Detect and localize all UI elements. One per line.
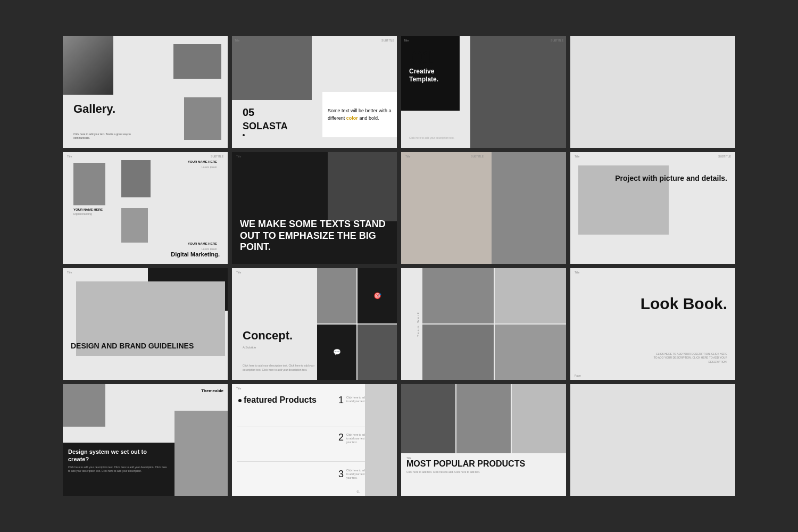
slide-project: Title SUBTITLE Project with picture and … bbox=[570, 152, 735, 264]
project-subtitle: SUBTITLE bbox=[718, 155, 731, 158]
concept-subtitle: A Subtitle bbox=[243, 346, 256, 349]
person1-role: Digital branding bbox=[73, 212, 92, 215]
design-system-title: Design system we set out to create? bbox=[68, 448, 169, 463]
slide-look-book: Title Page Look Book. CLICK HERE TO ADD … bbox=[570, 268, 735, 380]
slides-grid: Gallery. Click here to add your text. Te… bbox=[47, 20, 751, 512]
person2-image bbox=[121, 160, 151, 197]
woman-tag: Title bbox=[405, 155, 410, 158]
creative-title: Creative Template. bbox=[409, 68, 460, 84]
woman-image bbox=[492, 152, 566, 264]
team-work-photo-1 bbox=[422, 268, 494, 323]
concept-body-text: Click here to add your description text.… bbox=[243, 364, 322, 372]
most-popular-photo-1 bbox=[401, 384, 455, 453]
concept-grid-3: 💬 bbox=[317, 325, 356, 380]
concept-title: Concept. bbox=[243, 329, 293, 343]
slide-design-brand: Title DESIGN AND BRAND GUIDELINES bbox=[63, 268, 228, 380]
concept-tag: Title bbox=[236, 271, 241, 274]
project-title: Project with picture and details. bbox=[615, 173, 727, 183]
most-popular-text: Click here to add text. Click here to ad… bbox=[406, 470, 561, 474]
slide-woman-photo: Title SUBTITLE bbox=[401, 152, 566, 264]
we-make-text: WE MAKE SOME TEXTS STAND OUT TO EMPHASIZ… bbox=[240, 219, 397, 253]
solasta-tag: Title bbox=[235, 39, 239, 42]
gallery-small-image-1 bbox=[173, 44, 221, 79]
slide-functionality: Themeable Functionality Design system we… bbox=[63, 384, 228, 496]
look-book-body-text: CLICK HERE TO ADD YOUR DESCRIPTION. CLIC… bbox=[653, 352, 727, 364]
slide-we-make: Title SUBTITLE WE MAKE SOME TEXTS STAND … bbox=[232, 152, 397, 264]
woman-subtitle: SUBTITLE bbox=[471, 155, 484, 158]
concept-icon-1: 🎯 bbox=[373, 292, 381, 300]
most-popular-image-grid bbox=[401, 384, 566, 453]
person2-role: Lorem ipsum bbox=[202, 165, 217, 169]
slide-gallery: Gallery. Click here to add your text. Te… bbox=[63, 36, 228, 148]
most-popular-tag: Title bbox=[406, 456, 411, 460]
featured-products-title: featured Products bbox=[244, 395, 317, 405]
solasta-number: 05 bbox=[243, 106, 254, 119]
person2-name: YOUR NAME HERE bbox=[188, 160, 217, 163]
featured-products-num2: 2 bbox=[338, 432, 344, 443]
functionality-top-image bbox=[63, 384, 105, 427]
design-brand-tag: Title bbox=[67, 271, 72, 274]
project-tag: Title bbox=[575, 155, 579, 158]
team-work-grid bbox=[422, 268, 566, 380]
solasta-text-box: Some text will be better with a differen… bbox=[322, 92, 397, 137]
featured-products-page: 01 bbox=[356, 490, 360, 493]
gallery-small-image-2 bbox=[184, 97, 221, 140]
person3-name: YOUR NAME HERE bbox=[188, 242, 217, 245]
featured-products-tag: Title bbox=[236, 387, 241, 390]
gallery-body-text: Click here to add your text. Text is a g… bbox=[73, 132, 137, 140]
look-book-tag: Title bbox=[575, 271, 579, 274]
creative-body-text: Click here to add your description text. bbox=[409, 136, 478, 140]
slide-team: Title SUBTITLE YOUR NAME HERE Digital br… bbox=[63, 152, 228, 264]
slide-concept: Title 🎯 💬 Concept. A Subtitle Click here… bbox=[232, 268, 397, 380]
creative-tag: Title bbox=[404, 39, 409, 42]
team-work-photo-3 bbox=[422, 325, 494, 380]
person3-role: Lorem ipsum bbox=[202, 247, 217, 251]
most-popular-white-box: Title MOST POPULAR PRODUCTS Click here t… bbox=[401, 453, 566, 496]
most-popular-photo-2 bbox=[456, 384, 511, 453]
featured-products-bullet bbox=[238, 399, 242, 402]
solasta-title: SOLASTA bbox=[243, 121, 288, 132]
creative-number: 01 bbox=[412, 47, 433, 69]
creative-image bbox=[470, 36, 566, 148]
team-subtitle: SUBTITLE bbox=[211, 155, 223, 158]
functionality-image-3 bbox=[174, 411, 228, 496]
we-make-image bbox=[328, 152, 397, 221]
concept-grid: 🎯 💬 bbox=[317, 268, 397, 380]
team-work-photo-4 bbox=[495, 325, 566, 380]
team-work-label: Team Work bbox=[417, 311, 420, 337]
slide-placeholder-2 bbox=[570, 384, 735, 496]
featured-products-num3: 3 bbox=[338, 469, 344, 480]
team-tag: Title bbox=[67, 155, 72, 158]
concept-grid-1 bbox=[317, 268, 356, 323]
gallery-main-image bbox=[63, 36, 113, 95]
functionality-black-box: Design system we set out to create? Clic… bbox=[63, 443, 174, 496]
design-system-text: Click here to add your description text.… bbox=[68, 466, 169, 473]
design-brand-title: DESIGN AND BRAND GUIDELINES bbox=[71, 341, 194, 351]
person1-name: YOUR NAME HERE bbox=[73, 208, 103, 211]
digital-marketing-label: Digital Marketing. bbox=[171, 251, 220, 257]
team-work-photo-2 bbox=[495, 268, 566, 323]
slide-featured-products: Title featured Products 1 Click here to … bbox=[232, 384, 397, 496]
slide-placeholder-1 bbox=[570, 36, 735, 148]
solasta-subtitle: SUBTITLE bbox=[381, 39, 394, 42]
person3-image bbox=[121, 208, 148, 243]
solasta-box-text: Some text will be better with a differen… bbox=[328, 107, 392, 122]
slide-most-popular: Title MOST POPULAR PRODUCTS Click here t… bbox=[401, 384, 566, 496]
gallery-title: Gallery. bbox=[73, 102, 115, 116]
concept-grid-4 bbox=[358, 325, 397, 380]
slide-solasta: Title SUBTITLE 05 SOLASTA Some text will… bbox=[232, 36, 397, 148]
slide-creative-template: Title Creative Template. 01 SUBTITLE Cli… bbox=[401, 36, 566, 148]
functionality-brand: Themeable bbox=[201, 388, 223, 393]
concept-icon-2: 💬 bbox=[333, 348, 341, 356]
solasta-dot bbox=[243, 134, 245, 136]
person1-image bbox=[73, 163, 105, 205]
creative-subtitle: SUBTITLE bbox=[551, 39, 563, 42]
we-make-tag: Title bbox=[236, 155, 241, 158]
solasta-image bbox=[232, 36, 312, 100]
slide-team-work: Team Work bbox=[401, 268, 566, 380]
most-popular-photo-3 bbox=[512, 384, 566, 453]
look-book-title: Look Book. bbox=[641, 295, 727, 312]
featured-products-image bbox=[365, 384, 397, 496]
look-book-tag2: Page bbox=[575, 374, 581, 377]
featured-products-num1: 1 bbox=[338, 395, 344, 406]
